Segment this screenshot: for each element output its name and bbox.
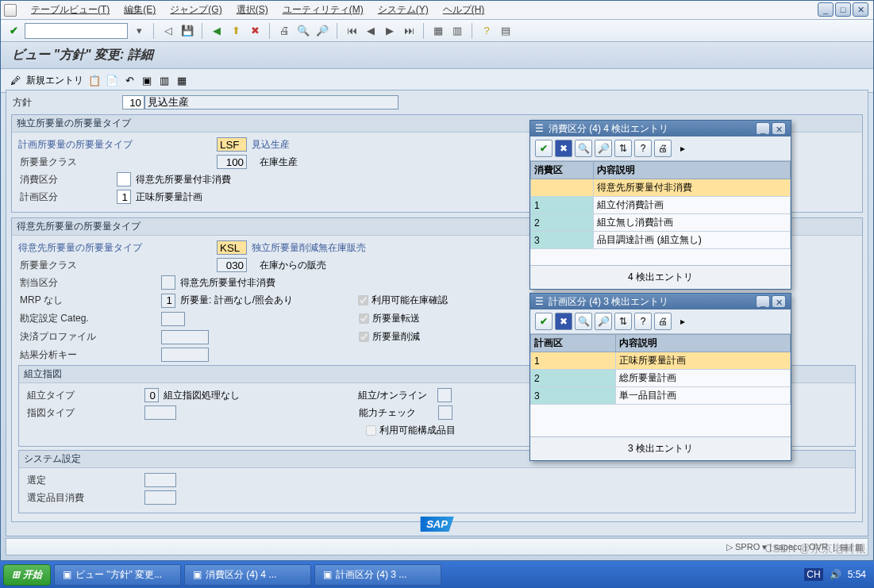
popup2-table[interactable]: 計画区内容説明 1正味所要量計画 2総所要量計画 3単一品目計画 — [530, 334, 791, 405]
task-app1[interactable]: ▣ビュー "方針" 変更... — [54, 564, 181, 586]
shortcut-icon[interactable]: ▥ — [449, 23, 465, 39]
popup2-cancel-icon[interactable]: ✖ — [555, 313, 572, 330]
popup2-col1[interactable]: 計画区 — [531, 335, 616, 352]
popup2-col2[interactable]: 内容説明 — [615, 335, 790, 352]
popup1-footer: 4 検出エントリ — [530, 265, 791, 289]
alloc-text: 得意先所要量付非消費 — [180, 276, 275, 290]
tray-clock: 5:54 — [848, 569, 866, 580]
popup2-row-0[interactable]: 1正味所要量計画 — [531, 352, 791, 370]
menu-system[interactable]: システム(Y) — [378, 3, 429, 17]
select-field — [144, 473, 176, 487]
popup2-help-icon[interactable]: ? — [634, 313, 652, 330]
menu-tableview[interactable]: テーブルビュー(T) — [31, 3, 110, 17]
app-menu-icon[interactable] — [4, 4, 17, 17]
popup1-close[interactable]: ✕ — [772, 122, 786, 135]
taskbar: ⊞ 开始 ▣ビュー "方針" 変更... ▣消費区分 (4) 4 ... ▣計画… — [0, 561, 874, 588]
popup1-findnext-icon[interactable]: 🔎 — [595, 140, 612, 157]
popup1-table[interactable]: 消費区内容説明 得意先所要量付非消費 1組立付消費計画 2組立無し消費計画 3品… — [530, 161, 791, 249]
popup2-print-icon[interactable]: 🖨 — [654, 313, 672, 330]
asm-type-text: 組立指図処理なし — [164, 389, 358, 402]
find-next-icon[interactable]: 🔎 — [314, 23, 330, 39]
find-icon[interactable]: 🔍 — [295, 23, 311, 39]
close-button[interactable]: ✕ — [853, 2, 868, 17]
undo-icon[interactable]: ↶ — [123, 75, 136, 87]
popup1-row-3[interactable]: 3品目調達計画 (組立無し) — [531, 232, 791, 249]
popup1-ok-icon[interactable]: ✔ — [535, 140, 553, 157]
req-class-label: 所要量クラス — [18, 156, 129, 169]
layout-icon[interactable]: ▤ — [498, 23, 514, 39]
alloc-field — [161, 275, 175, 290]
prev-page-icon[interactable]: ◀ — [363, 23, 379, 39]
first-page-icon[interactable]: ⏮ — [344, 23, 360, 39]
next-page-icon[interactable]: ▶ — [382, 23, 398, 39]
consume-div-field[interactable] — [117, 172, 131, 186]
menu-jump[interactable]: ジャンプ(G) — [170, 3, 221, 17]
popup2-min[interactable]: _ — [756, 295, 770, 308]
req-class-text: 在庫生産 — [260, 156, 298, 169]
chk-avail — [358, 295, 368, 306]
popup2-close[interactable]: ✕ — [772, 295, 786, 308]
print-icon[interactable]: 🖨 — [276, 23, 292, 39]
sap-logo: SAP — [420, 517, 454, 532]
menu-select[interactable]: 選択(S) — [237, 3, 268, 17]
new-session-icon[interactable]: ▦ — [430, 23, 446, 39]
back-icon[interactable]: ◁ — [160, 23, 176, 39]
change-icon[interactable]: 🖉 — [9, 75, 21, 87]
paste-icon[interactable]: 📄 — [106, 75, 118, 87]
minimize-button[interactable]: _ — [818, 2, 834, 17]
back2-icon[interactable]: ◀ — [209, 23, 225, 39]
copy-icon[interactable]: 📋 — [88, 75, 101, 87]
maximize-button[interactable]: □ — [835, 2, 851, 17]
popup2-find-icon[interactable]: 🔍 — [575, 313, 592, 330]
task-app2[interactable]: ▣消費区分 (4) 4 ... — [184, 564, 311, 586]
start-button[interactable]: ⊞ 开始 — [3, 564, 51, 586]
popup1-find-icon[interactable]: 🔍 — [575, 140, 592, 157]
policy-code-field[interactable] — [122, 95, 144, 110]
select-label: 選定 — [25, 474, 144, 487]
plan-div-field[interactable] — [117, 190, 131, 204]
delimit-icon[interactable]: ▣ — [141, 75, 153, 87]
popup2-row-1[interactable]: 2総所要量計画 — [531, 370, 791, 387]
popup1-sort-icon[interactable]: ⇅ — [614, 140, 632, 157]
save-icon[interactable]: 💾 — [179, 23, 195, 39]
popup1-col1[interactable]: 消費区 — [531, 162, 594, 179]
popup1-col2[interactable]: 内容説明 — [594, 162, 791, 179]
capacity-label: 能力チェック — [359, 406, 438, 420]
popup1-more-icon[interactable]: ▸ — [674, 140, 691, 157]
last-page-icon[interactable]: ⏭ — [401, 23, 417, 39]
popup1-row-2[interactable]: 2組立無し消費計画 — [531, 214, 791, 232]
new-entry-button[interactable]: 新規エントリ — [26, 74, 83, 87]
collapse-icon[interactable]: ▦ — [175, 75, 188, 87]
plan-req-code[interactable] — [217, 137, 247, 152]
select-item-label: 選定品目消費 — [25, 491, 144, 505]
popup2-findnext-icon[interactable]: 🔎 — [595, 313, 612, 330]
watermark: CSDN @东京老树根 — [764, 542, 866, 556]
command-field[interactable] — [25, 23, 128, 39]
menu-utility[interactable]: ユーティリティ(M) — [283, 3, 364, 17]
popup2-sort-icon[interactable]: ⇅ — [614, 313, 632, 330]
expand-icon[interactable]: ▥ — [158, 75, 171, 87]
popup1-row-0[interactable]: 得意先所要量付非消費 — [531, 179, 791, 197]
popup2-title: 計画区分 (4) 3 検出エントリ — [549, 295, 668, 309]
popup1-cancel-icon[interactable]: ✖ — [555, 140, 572, 157]
tray-lang-icon[interactable]: CH — [804, 568, 822, 581]
task-app3[interactable]: ▣計画区分 (4) 3 ... — [314, 564, 441, 586]
cust-req-code[interactable] — [217, 240, 247, 255]
popup2-ok-icon[interactable]: ✔ — [535, 313, 553, 330]
popup1-min[interactable]: _ — [756, 122, 770, 135]
popup1-help-icon[interactable]: ? — [634, 140, 652, 157]
popup2-row-2[interactable]: 3単一品目計画 — [531, 387, 791, 405]
tray-sound-icon[interactable]: 🔊 — [830, 569, 841, 580]
popup1-print-icon[interactable]: 🖨 — [654, 140, 672, 157]
popup1-row-1[interactable]: 1組立付消費計画 — [531, 197, 791, 214]
system-tray[interactable]: CH 🔊 5:54 — [804, 568, 871, 581]
cancel-icon[interactable]: ✖ — [247, 23, 263, 39]
help-icon[interactable]: ? — [479, 23, 495, 39]
result-field — [161, 348, 209, 362]
exit-icon[interactable]: ⬆ — [228, 23, 244, 39]
popup2-more-icon[interactable]: ▸ — [674, 313, 691, 330]
menu-edit[interactable]: 編集(E) — [124, 3, 156, 17]
ok-icon[interactable]: ✔ — [6, 23, 21, 39]
dropdown-icon[interactable]: ▾ — [131, 23, 147, 39]
menu-help[interactable]: ヘルプ(H) — [443, 3, 485, 17]
